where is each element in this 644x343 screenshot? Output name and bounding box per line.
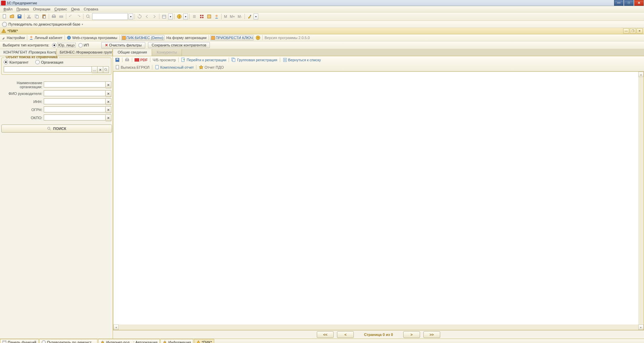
egrul-button[interactable]: Выписка ЕГРЮЛ <box>114 64 150 70</box>
bw-preview-button[interactable]: Ч/Б просмотр <box>152 57 177 63</box>
x-icon: ✕ <box>105 43 108 47</box>
okpo-input[interactable] <box>44 114 106 121</box>
tab-competitors[interactable]: Конкуренты <box>152 49 182 56</box>
menu-windows[interactable]: Окна <box>69 6 82 12</box>
clear-button[interactable]: ✕ <box>106 90 111 97</box>
paste-icon[interactable] <box>41 13 47 20</box>
save-icon[interactable] <box>16 13 23 20</box>
clear-button[interactable]: ✕ <box>98 66 103 73</box>
clear-button[interactable]: ✕ <box>106 81 111 88</box>
menu-service[interactable]: Сервис <box>52 6 69 12</box>
doc-minimize-button[interactable]: — <box>623 28 629 34</box>
minimize-button[interactable]: — <box>614 0 623 6</box>
calendar2-icon[interactable] <box>206 13 213 20</box>
nav-back-icon[interactable] <box>144 13 150 20</box>
guide-label[interactable]: Путеводитель по демонстрационной базе <box>8 22 80 26</box>
radio-contragent[interactable]: Контрагент <box>4 60 29 64</box>
pdo-report-button[interactable]: Отчет ПДО <box>198 64 224 70</box>
fio-input[interactable] <box>44 90 106 96</box>
clear-filters-button[interactable]: ✕ Очистить фильтры <box>101 42 146 48</box>
nav-cabinet[interactable]: Личный кабинет <box>29 36 63 40</box>
grid-icon[interactable] <box>198 13 205 20</box>
goto-registration-button[interactable]: Перейти к регистрации <box>180 57 227 63</box>
complex-report-button[interactable]: Комплексный отчет <box>154 64 195 70</box>
doc-title: *ПИК* <box>7 29 18 33</box>
scroll-right-button[interactable]: ▸ <box>638 324 644 330</box>
status-panel-functions[interactable]: Панель функций <box>0 339 39 343</box>
doc-restore-button[interactable]: ❐ <box>630 28 636 34</box>
calendar-dropdown[interactable]: ▾ <box>168 13 173 20</box>
pager-prev-button[interactable]: < <box>337 331 354 338</box>
menu-help[interactable]: Справка <box>82 6 100 12</box>
status-information[interactable]: Информация <box>160 339 193 343</box>
tools-dropdown[interactable]: ▾ <box>254 13 258 20</box>
clear-button[interactable]: ✕ <box>106 98 111 105</box>
orgname-input[interactable] <box>44 81 106 88</box>
copy-icon[interactable] <box>33 13 40 20</box>
user-icon[interactable] <box>213 13 220 20</box>
svg-rect-49 <box>116 65 119 69</box>
menu-edit[interactable]: Правка <box>14 6 31 12</box>
svg-text:?: ? <box>257 36 259 40</box>
info-dropdown[interactable]: ▾ <box>183 13 188 20</box>
ogrn-input[interactable] <box>44 106 106 112</box>
info-icon[interactable]: i <box>176 13 183 20</box>
search-icon[interactable] <box>85 13 91 20</box>
print-icon[interactable] <box>50 13 57 20</box>
scrollbar-horizontal[interactable]: ◂ ▸ <box>113 324 644 330</box>
radio-organization[interactable]: Организация <box>35 60 63 64</box>
guide-dropdown[interactable]: ▾ <box>82 23 83 26</box>
search-dropdown[interactable]: ▾ <box>128 13 133 20</box>
pdf-button[interactable]: PDF <box>134 57 148 63</box>
status-internet-support[interactable]: Интернет-под…: Авторизация <box>98 339 160 343</box>
nav-demo-button[interactable]: ПИК:БИЗНЕС (Demo) <box>121 35 164 40</box>
scrollbar-vertical[interactable]: ▴ <box>638 72 644 324</box>
nav-settings[interactable]: Настройки <box>1 36 26 40</box>
save-list-button[interactable]: Сохранить список контрагентов <box>148 42 210 48</box>
status-guide[interactable]: Путеводитель по демонст… <box>39 339 98 343</box>
nav-webpage[interactable]: Web-страница программы <box>66 36 118 40</box>
lookup-button[interactable] <box>103 66 109 73</box>
nav-authform[interactable]: На форму авторизации <box>166 36 207 40</box>
clear-button[interactable]: ✕ <box>106 114 111 121</box>
tools-icon[interactable] <box>246 13 253 20</box>
redo-icon[interactable] <box>75 13 82 20</box>
menu-file[interactable]: Файл <box>1 6 14 12</box>
nav-fwd-icon[interactable] <box>151 13 158 20</box>
radio-legal-entity[interactable]: Юр. лицо <box>52 43 76 47</box>
print-button[interactable] <box>124 57 130 63</box>
menu-operations[interactable]: Операции <box>31 6 52 12</box>
tab-contragent[interactable]: КОНТРАГЕНТ /Проверка Контраг… <box>0 49 56 56</box>
refresh-icon[interactable] <box>136 13 143 20</box>
maximize-button[interactable]: □ <box>624 0 634 6</box>
new-doc-icon[interactable] <box>1 13 8 20</box>
choose-button[interactable]: … <box>92 66 98 73</box>
group-registration-button[interactable]: Групповая регистрация <box>231 57 278 63</box>
pager-first-button[interactable]: << <box>317 331 334 338</box>
scroll-left-button[interactable]: ◂ <box>113 324 119 330</box>
save-report-button[interactable] <box>114 57 120 63</box>
scroll-up-button[interactable]: ▴ <box>638 72 644 77</box>
search-input[interactable] <box>92 13 128 20</box>
back-to-list-button[interactable]: Вернуться к списку <box>282 57 322 63</box>
doc-close-button[interactable]: ✕ <box>637 28 643 34</box>
radio-ip[interactable]: ИП <box>78 43 89 47</box>
calendar-icon[interactable] <box>161 13 167 20</box>
search-button[interactable]: ПОИСК <box>1 125 112 133</box>
pager-last-button[interactable]: >> <box>423 331 440 338</box>
tab-general-info[interactable]: Общие сведения <box>113 49 152 56</box>
undo-icon[interactable] <box>68 13 74 20</box>
object-input[interactable] <box>4 66 92 72</box>
inn-input[interactable] <box>44 98 106 104</box>
list-icon[interactable] <box>191 13 198 20</box>
cut-icon[interactable] <box>26 13 33 20</box>
status-pik[interactable]: *ПИК* <box>194 339 215 343</box>
print-preview-icon[interactable] <box>58 13 65 20</box>
nav-help[interactable]: ? <box>255 36 261 40</box>
close-button[interactable]: ✕ <box>634 0 644 6</box>
tab-business[interactable]: БИЗНЕС /Формирование группы … <box>56 49 113 56</box>
clear-button[interactable]: ✕ <box>106 106 111 113</box>
nav-buykey-button[interactable]: ПРИОБРЕСТИ КЛЮЧ <box>210 35 254 40</box>
open-icon[interactable] <box>9 13 15 20</box>
pager-next-button[interactable]: > <box>403 331 420 338</box>
